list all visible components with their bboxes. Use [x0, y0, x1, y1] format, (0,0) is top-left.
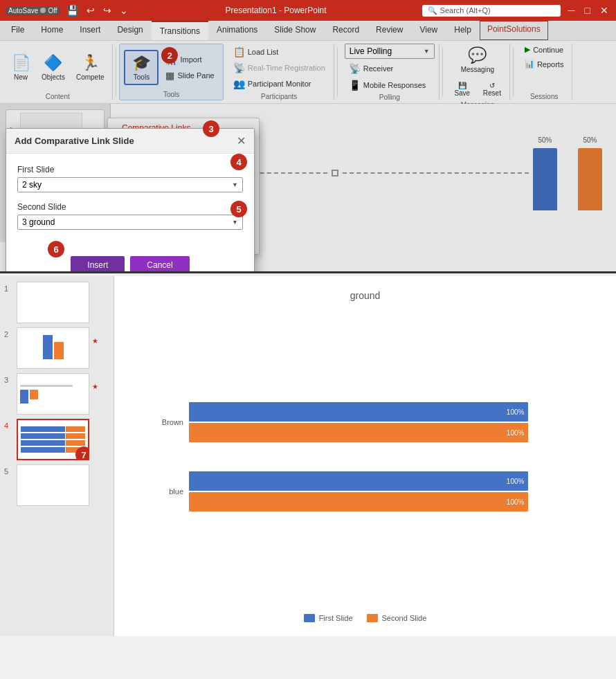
more-icon[interactable]: ⌄	[118, 5, 130, 16]
search-placeholder: Search (Alt+Q)	[440, 6, 491, 15]
slide4-row2	[21, 433, 85, 439]
close-icon[interactable]: ✕	[598, 5, 610, 16]
badge-4: 4	[230, 154, 247, 170]
window-title: Presentation1 - PowerPoint	[226, 6, 327, 15]
badge-3: 3	[203, 120, 219, 137]
slide-panel-bottom: 1 2 ★ 3	[0, 276, 114, 636]
modal-dialog: 3 Add Comparative Link Slide ✕ 4 First S…	[6, 128, 255, 273]
bars-brown: 100% 100%	[189, 402, 588, 442]
bar-blue-orange: 100%	[189, 492, 528, 511]
save-icon[interactable]: 💾	[64, 5, 80, 16]
bar-brown-orange: 100%	[189, 423, 528, 442]
badge-5: 5	[230, 201, 247, 217]
slide-item-1[interactable]: 1	[4, 282, 109, 323]
second-slide-label: Second Slide	[17, 202, 243, 212]
second-slide-select[interactable]: 3 ground ▼	[17, 215, 243, 230]
autosave-toggle[interactable]: AutoSave Off	[6, 6, 60, 15]
b3-bar2	[30, 390, 38, 399]
slide-num-b4: 4	[4, 422, 14, 430]
line1	[20, 385, 73, 387]
bar-brown-blue-pct: 100%	[507, 408, 525, 416]
legend-dot-blue	[304, 614, 315, 622]
label-brown: Brown	[142, 418, 183, 426]
cancel-button[interactable]: Cancel	[130, 256, 189, 273]
maximize-icon[interactable]: □	[583, 5, 592, 16]
slide4-row1	[21, 426, 85, 432]
slide-b2-bars	[42, 336, 65, 361]
slide-item-5[interactable]: 5	[4, 464, 109, 506]
chart-legend: First Slide Second Slide	[135, 614, 595, 622]
legend-label-second: Second Slide	[382, 614, 427, 622]
bar-row-brown-2: 100%	[189, 423, 588, 442]
minimize-icon[interactable]: ─	[566, 5, 577, 16]
b2-bar1	[43, 335, 53, 359]
legend-second-slide: Second Slide	[367, 614, 427, 622]
chart-container: Brown 100% 100% blue	[135, 315, 595, 603]
title-bar: AutoSave Off 💾 ↩ ↪ ⌄ Presentation1 - Pow…	[0, 0, 616, 21]
b2-bar2	[54, 342, 64, 359]
bar-brown-orange-pct: 100%	[507, 429, 525, 437]
slide-b3-content	[17, 382, 89, 406]
seg3	[21, 433, 65, 439]
bar-blue-blue-pct: 100%	[507, 478, 525, 485]
b3-bar1	[20, 390, 28, 404]
bar-brown-blue: 100%	[189, 402, 528, 422]
badge-7: 7	[75, 446, 89, 460]
legend-dot-orange	[367, 614, 378, 622]
redo-icon[interactable]: ↪	[101, 5, 114, 16]
chart-title: ground	[135, 290, 595, 301]
slide-thumb-b2	[17, 327, 89, 369]
second-slide-value: 3 ground	[22, 217, 55, 227]
title-bar-left: AutoSave Off 💾 ↩ ↪ ⌄	[6, 5, 130, 16]
slide-item-4[interactable]: 4	[4, 419, 109, 460]
slide-item-3[interactable]: 3 ★	[4, 373, 109, 415]
modal-body: 4 First Slide 2 sky ▼ 5 Second Slide 3 g…	[6, 154, 254, 251]
first-slide-caret: ▼	[232, 181, 238, 188]
first-slide-select[interactable]: 2 sky ▼	[17, 177, 243, 192]
slide-num-b2: 2	[4, 330, 14, 338]
bar-row-blue-2: 100%	[189, 492, 588, 511]
second-slide-caret: ▼	[232, 219, 238, 226]
slide-thumb-b1	[17, 282, 89, 323]
search-icon: 🔍	[428, 6, 437, 15]
modal-close-button[interactable]: ✕	[237, 134, 246, 147]
slide-item-2[interactable]: 2 ★	[4, 327, 109, 369]
b2-col2	[54, 342, 64, 359]
row-spacer	[142, 452, 588, 466]
bars-blue: 100% 100%	[189, 471, 588, 511]
autosave-dot	[40, 8, 46, 13]
legend-label-first: First Slide	[319, 614, 353, 622]
bottom-section: 1 2 ★ 3	[0, 276, 616, 636]
search-box[interactable]: 🔍 Search (Alt+Q)	[422, 5, 561, 17]
modal-footer: 6 Insert Cancel	[6, 251, 254, 273]
b3-bars-row	[20, 390, 86, 404]
chart-area: ground Brown 100% 100%	[114, 276, 616, 636]
slide-num-b5: 5	[4, 467, 14, 476]
top-section: File Home Insert Design Transitions Anim…	[0, 21, 616, 273]
chart-row-brown: Brown 100% 100%	[142, 402, 588, 442]
legend-first-slide: First Slide	[304, 614, 353, 622]
bar-row-brown-1: 100%	[189, 402, 588, 422]
insert-button[interactable]: Insert	[71, 256, 125, 273]
badge-6: 6	[48, 241, 64, 257]
bar-blue-blue: 100%	[189, 471, 528, 491]
slide-num-b3: 3	[4, 376, 14, 384]
seg7	[21, 447, 65, 453]
autosave-state: Off	[48, 7, 57, 15]
bar-row-blue-1: 100%	[189, 471, 588, 491]
slide-thumb-b5	[17, 464, 89, 506]
first-slide-value: 2 sky	[22, 180, 42, 190]
chart-row-blue: blue 100% 100%	[142, 471, 588, 511]
seg1	[21, 426, 65, 432]
autosave-label: AutoSave	[8, 7, 38, 15]
slide-thumb-b3	[17, 373, 89, 415]
first-slide-label: First Slide	[17, 165, 243, 174]
seg5	[21, 440, 65, 446]
slide-star-2: ★	[92, 337, 98, 345]
label-blue: blue	[142, 487, 183, 496]
slide4-row3	[21, 440, 85, 446]
seg4	[66, 433, 85, 439]
slide-star-3: ★	[92, 383, 98, 390]
undo-icon[interactable]: ↩	[84, 5, 97, 16]
b2-col1	[43, 335, 53, 359]
